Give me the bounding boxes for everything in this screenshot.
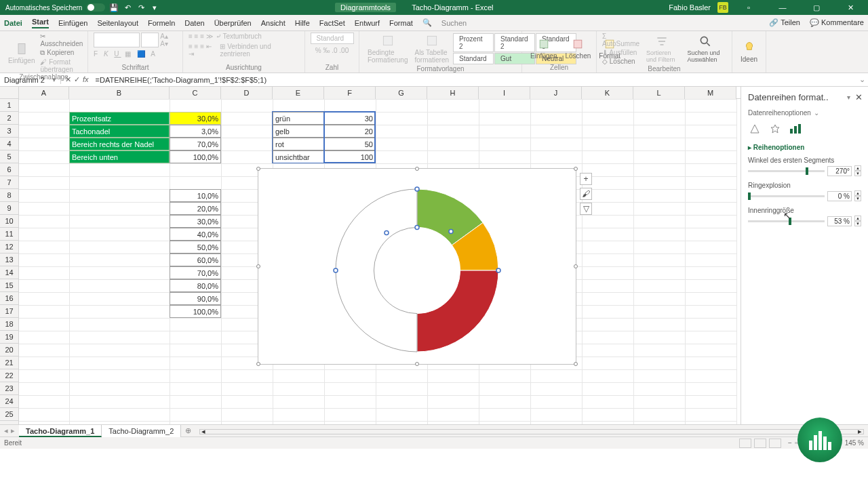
maximize-icon[interactable]: ▢ [803,0,830,15]
cell[interactable]: 20 [324,125,376,138]
explosion-input[interactable]: 0 % [827,191,852,201]
col-header-I[interactable]: I [479,87,530,99]
cell[interactable]: 30 [324,112,376,125]
horizontal-scrollbar[interactable]: ◂▸ [199,429,864,434]
cut-button[interactable]: ✂ Ausschneiden [40,33,83,47]
row-header-14[interactable]: 14 [0,266,18,279]
close-icon[interactable]: ✕ [837,0,864,15]
row-header-11[interactable]: 11 [0,228,18,241]
col-header-A[interactable]: A [19,87,69,99]
qat-more-icon[interactable]: ▾ [150,3,159,12]
chart-styles-icon[interactable]: 🖌 [580,188,592,200]
cell[interactable]: 100 [324,150,376,163]
row-header-21[interactable]: 21 [0,357,18,369]
row-header-8[interactable]: 8 [0,189,18,202]
cell[interactable]: 60,0% [170,253,221,266]
cell[interactable]: 50 [324,138,376,150]
col-header-E[interactable]: E [273,87,324,99]
row-header-5[interactable]: 5 [0,150,18,163]
cell[interactable]: 30,0% [170,112,221,125]
row-header-17[interactable]: 17 [0,305,18,318]
redo-icon[interactable]: ↷ [136,3,146,12]
cells-insert-button[interactable]: Einfügen [528,36,559,61]
row-header-24[interactable]: 24 [0,395,18,408]
formula-input[interactable]: =DATENREIHE(;'Tacho-Diagramm_1'!$F$2:$F$… [93,76,856,84]
cell[interactable]: 70,0% [170,138,221,150]
row-header-12[interactable]: 12 [0,241,18,253]
row-header-4[interactable]: 4 [0,138,18,150]
zoom-level[interactable]: 145 % [845,439,864,447]
cell[interactable]: Bereich unten [69,150,170,163]
first-slice-angle-input[interactable]: 270° [827,166,852,176]
cell[interactable]: 70,0% [170,266,221,279]
cell[interactable]: 100,0% [170,305,221,318]
angle-down-icon[interactable]: ▼ [854,171,861,176]
comments-button[interactable]: 💬 Kommentare [810,18,864,27]
row-header-6[interactable]: 6 [0,163,18,176]
ideas-button[interactable]: Ideen [738,39,760,64]
cell[interactable]: 90,0% [170,292,221,305]
tab-hilfe[interactable]: Hilfe [295,19,310,27]
col-header-L[interactable]: L [633,87,685,99]
undo-icon[interactable]: ↶ [123,3,132,12]
avatar[interactable]: FB [717,2,728,13]
tab-start[interactable]: Start [32,18,49,28]
col-header-K[interactable]: K [582,87,633,99]
cell[interactable]: 100,0% [170,150,221,163]
style-prozent2[interactable]: Prozent 2 [453,33,494,52]
col-header-F[interactable]: F [324,87,376,99]
col-header-H[interactable]: H [427,87,479,99]
cell[interactable]: 50,0% [170,241,221,253]
cell[interactable]: 80,0% [170,279,221,292]
cell[interactable]: rot [273,138,324,150]
series-options-tab-icon[interactable] [789,122,802,136]
sheet-tab-1[interactable]: Tacho-Diagramm_1 [19,425,102,437]
series-options-section[interactable]: Reihenoptionen [753,144,805,151]
cell[interactable]: 40,0% [170,228,221,241]
save-icon[interactable]: 💾 [109,3,119,12]
col-header-M[interactable]: M [685,87,736,99]
view-pagelayout-icon[interactable] [754,439,766,448]
row-header-18[interactable]: 18 [0,318,18,331]
chart-object[interactable]: + 🖌 ▽ [258,168,576,365]
ribbon-options-icon[interactable]: ▫ [735,0,762,15]
cell[interactable]: gelb [273,125,324,138]
col-header-D[interactable]: D [221,87,273,99]
minimize-icon[interactable]: ― [769,0,796,15]
find-select-button[interactable]: Suchen und Auswählen [684,33,726,64]
row-header-22[interactable]: 22 [0,369,18,382]
tab-ueberpruefen[interactable]: Überprüfen [214,19,252,27]
row-header-9[interactable]: 9 [0,202,18,215]
row-header-20[interactable]: 20 [0,344,18,357]
sheet-nav-prev-icon[interactable]: ◂ [4,426,8,435]
cancel-formula-icon[interactable]: ✕ [65,75,71,84]
cells-delete-button[interactable]: Löschen [562,36,593,61]
autosave-toggle[interactable] [86,3,105,12]
tab-seitenlayout[interactable]: Seitenlayout [97,19,138,27]
panel-close-icon[interactable]: ✕ [855,92,863,102]
cell[interactable]: 20,0% [170,202,221,215]
chart-slice-unsichtbar[interactable] [336,189,417,352]
row-header-2[interactable]: 2 [0,112,18,125]
cell[interactable]: Bereich rechts der Nadel [69,138,170,150]
chart-add-element-icon[interactable]: + [580,173,592,185]
tab-factset[interactable]: FactSet [319,19,345,27]
fill-line-tab-icon[interactable] [748,122,762,136]
cell[interactable]: 10,0% [170,189,221,202]
cell[interactable]: Tachonadel [69,125,170,138]
clear-button[interactable]: ◇ Löschen [602,58,639,65]
tab-format[interactable]: Format [389,19,413,27]
angle-up-icon[interactable]: ▲ [854,165,861,171]
share-button[interactable]: 🔗 Teilen [769,18,800,27]
select-all-corner[interactable] [0,87,19,99]
col-header-B[interactable]: B [69,87,170,99]
sheet-nav-next-icon[interactable]: ▸ [11,426,15,435]
chart-filter-icon[interactable]: ▽ [580,203,592,215]
cell[interactable]: grün [273,112,324,125]
tab-daten[interactable]: Daten [184,19,204,27]
effects-tab-icon[interactable] [768,122,782,136]
expand-formula-icon[interactable]: ⌄ [856,75,868,84]
chart-slice-rot[interactable] [417,270,498,352]
cell[interactable]: 3,0% [170,125,221,138]
view-normal-icon[interactable] [739,439,751,448]
